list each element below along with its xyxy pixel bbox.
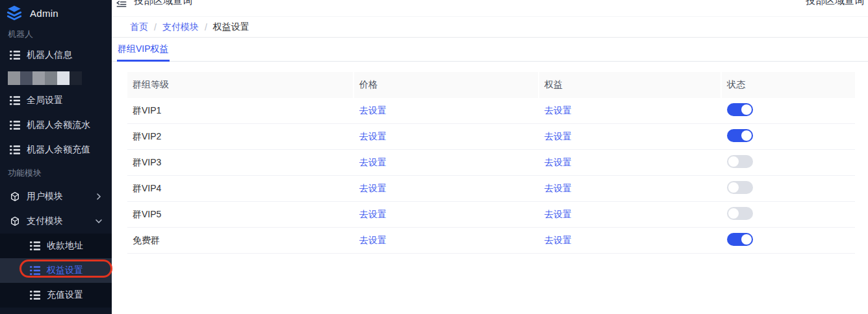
topbar-right-text-clipped: 技部区域查询 — [806, 0, 864, 7]
sidebar-item-balance-recharge[interactable]: 机器人余额充值 — [0, 138, 112, 162]
list-icon — [30, 290, 40, 300]
breadcrumb-current: 权益设置 — [213, 21, 249, 33]
sidebar-section-modules: 功能模块 — [0, 162, 112, 184]
status-toggle[interactable] — [727, 233, 753, 246]
table-row: 群VIP1 去设置 去设置 — [127, 98, 855, 124]
benefit-setup-link[interactable]: 去设置 — [544, 235, 572, 245]
table-row: 群VIP4 去设置 去设置 — [127, 176, 855, 202]
sidebar-item-global-settings[interactable]: 全局设置 — [0, 88, 112, 113]
tab-group-vip-benefits[interactable]: 群组VIP权益 — [117, 38, 170, 62]
tab-bar: 群组VIP权益 — [112, 38, 868, 62]
group-level-cell: 群VIP2 — [127, 131, 354, 143]
list-icon — [30, 241, 40, 251]
sidebar-item-label: 收款地址 — [47, 240, 83, 252]
cube-icon — [10, 216, 20, 226]
logo-layers-icon — [6, 5, 23, 21]
benefit-setup-link[interactable]: 去设置 — [544, 209, 572, 219]
toggle-knob — [741, 104, 752, 115]
breadcrumb: 首页 / 支付模块 / 权益设置 — [112, 17, 868, 37]
toggle-knob — [741, 234, 752, 245]
sidebar-section-robot: 机器人 — [0, 26, 112, 43]
sidebar-item-label: 机器人余额充值 — [27, 144, 90, 156]
toggle-knob — [728, 156, 739, 167]
sidebar-item-payment-address[interactable]: 收款地址 — [0, 234, 112, 258]
logo: Admin — [0, 0, 112, 26]
status-toggle[interactable] — [727, 207, 753, 220]
sidebar-item-label: 机器人余额流水 — [27, 119, 90, 131]
column-header-price: 价格 — [354, 72, 539, 98]
table-row: 群VIP5 去设置 去设置 — [127, 202, 855, 228]
redaction-blocks — [8, 71, 82, 85]
breadcrumb-home[interactable]: 首页 — [130, 21, 148, 33]
group-level-cell: 群VIP5 — [127, 209, 354, 221]
price-setup-link[interactable]: 去设置 — [359, 183, 387, 193]
table-row: 群VIP2 去设置 去设置 — [127, 124, 855, 150]
table-body: 群VIP1 去设置 去设置 群VIP2 去设置 去设置 群VIP3 去设置 去设… — [127, 98, 855, 254]
breadcrumb-separator: / — [154, 22, 157, 32]
chevron-right-icon — [96, 193, 102, 200]
payment-submenu: 收款地址 权益设置 充值设置 — [0, 234, 112, 308]
breadcrumb-separator: / — [205, 22, 207, 32]
price-setup-link[interactable]: 去设置 — [359, 209, 387, 219]
chevron-down-icon — [96, 218, 102, 224]
app-window: Admin 机器人 机器人信息 全局设置 机器人余额流水 — [0, 0, 868, 314]
logo-text: Admin — [30, 8, 58, 19]
sidebar-item-benefit-settings[interactable]: 权益设置 — [0, 258, 112, 283]
sidebar-item-robot-info[interactable]: 机器人信息 — [0, 43, 112, 67]
list-icon — [10, 145, 20, 155]
benefits-table: 群组等级 价格 权益 状态 群VIP1 去设置 去设置 群VIP2 去设置 去设… — [127, 72, 855, 254]
collapse-sidebar-icon[interactable] — [116, 0, 127, 8]
sidebar-item-label: 权益设置 — [47, 265, 83, 276]
benefit-setup-link[interactable]: 去设置 — [544, 105, 572, 115]
main-content: 技部区域查询 技部区域查询 首页 / 支付模块 / 权益设置 群组VIP权益 群… — [112, 0, 868, 314]
benefit-setup-link[interactable]: 去设置 — [544, 183, 572, 193]
benefit-setup-link[interactable]: 去设置 — [544, 131, 572, 141]
price-setup-link-disabled: 去设置 — [359, 235, 387, 245]
list-icon — [10, 50, 20, 60]
group-level-cell: 群VIP1 — [127, 105, 354, 117]
group-level-cell: 群VIP3 — [127, 157, 354, 169]
list-icon — [10, 95, 20, 106]
status-toggle[interactable] — [727, 103, 753, 116]
status-toggle[interactable] — [727, 129, 753, 142]
topbar-title-clipped: 技部区域查询 — [134, 0, 192, 7]
table-row: 群VIP3 去设置 去设置 — [127, 150, 855, 176]
column-header-group-level: 群组等级 — [127, 72, 354, 98]
cube-icon — [10, 191, 20, 202]
benefit-setup-link[interactable]: 去设置 — [544, 157, 572, 167]
sidebar-item-label: 充值设置 — [47, 289, 83, 301]
price-setup-link[interactable]: 去设置 — [359, 157, 387, 167]
sidebar-item-payment-module[interactable]: 支付模块 — [0, 209, 112, 234]
column-header-benefit: 权益 — [539, 72, 722, 98]
sidebar-item-label: 支付模块 — [27, 215, 63, 227]
group-level-cell: 群VIP4 — [127, 183, 354, 195]
toggle-knob — [728, 208, 739, 219]
price-setup-link[interactable]: 去设置 — [359, 105, 387, 115]
redacted-menu-item — [0, 67, 112, 88]
table-header-row: 群组等级 价格 权益 状态 — [127, 72, 855, 98]
status-toggle[interactable] — [727, 155, 753, 168]
top-header-bar: 技部区域查询 技部区域查询 — [112, 0, 868, 17]
list-icon — [10, 120, 20, 130]
table-row: 免费群 去设置 去设置 — [127, 228, 855, 254]
price-setup-link[interactable]: 去设置 — [359, 131, 387, 141]
sidebar-item-balance-flow[interactable]: 机器人余额流水 — [0, 113, 112, 138]
sidebar-item-label: 机器人信息 — [27, 49, 72, 61]
status-toggle[interactable] — [727, 181, 753, 194]
sidebar: Admin 机器人 机器人信息 全局设置 机器人余额流水 — [0, 0, 112, 314]
toggle-knob — [741, 130, 752, 141]
column-header-status: 状态 — [722, 72, 855, 98]
sidebar-item-label: 全局设置 — [27, 95, 63, 106]
breadcrumb-payment-module[interactable]: 支付模块 — [162, 21, 199, 33]
sidebar-item-recharge-settings[interactable]: 充值设置 — [0, 283, 112, 308]
sidebar-item-label: 用户模块 — [27, 191, 63, 202]
toggle-knob — [728, 182, 739, 193]
group-level-cell: 免费群 — [127, 235, 354, 247]
sidebar-item-user-module[interactable]: 用户模块 — [0, 184, 112, 209]
list-icon — [30, 265, 40, 276]
